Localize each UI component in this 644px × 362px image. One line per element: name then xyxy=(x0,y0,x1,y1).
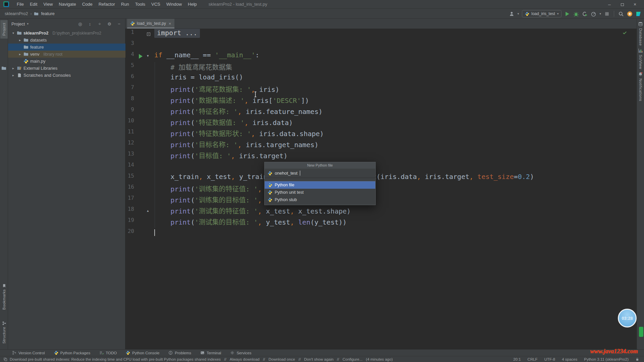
tool-window-button-project[interactable]: Project xyxy=(0,20,8,39)
popup-option-python-file[interactable]: Python file xyxy=(265,181,375,189)
menu-edit[interactable]: Edit xyxy=(27,0,40,8)
code-line-7[interactable]: print('鸢尾花数据集: ', iris) xyxy=(125,84,637,95)
menu-file[interactable]: File xyxy=(14,0,27,8)
tree-item-datasets[interactable]: ▸datasets xyxy=(8,37,125,44)
menu-help[interactable]: Help xyxy=(185,0,200,8)
hide-icon[interactable]: − xyxy=(116,21,122,26)
tool-window-button-todo[interactable]: TODO xyxy=(99,351,117,355)
tool-window-button-structure[interactable]: Structure xyxy=(0,321,8,344)
code-line-15[interactable]: x_train, x_test, y_train, y_test = train… xyxy=(125,173,637,184)
code-line-16[interactable]: print('训练集的特征值: ', x_train, x_train.shap… xyxy=(125,184,637,195)
menu-refactor[interactable]: Refactor xyxy=(96,0,118,8)
locate-icon[interactable]: ◎ xyxy=(77,21,83,26)
tree-item-feature[interactable]: feature xyxy=(8,44,125,51)
menu-code[interactable]: Code xyxy=(79,0,96,8)
tree-item-sklearnpro2[interactable]: ▾sklearnPro2D:\python_proj\sklearnPro2 xyxy=(8,29,125,37)
tool-window-button-sciview[interactable]: SciView xyxy=(638,48,643,69)
settings-icon[interactable]: ⚙ xyxy=(107,21,112,26)
pycharm-gradient-icon[interactable] xyxy=(636,11,641,17)
code-line-10[interactable]: print('特征数据值: ', iris.data) xyxy=(125,117,637,128)
chevron-icon[interactable]: ▾ xyxy=(11,31,15,35)
tool-window-label: Python Console xyxy=(132,351,159,355)
code-line-19[interactable]: print('测试集的目标值: ', y_test, len(y_test)) xyxy=(125,217,637,228)
status-line-separator[interactable]: CRLF xyxy=(528,357,538,361)
search-icon[interactable] xyxy=(618,11,624,17)
menu-vcs[interactable]: VCS xyxy=(148,0,163,8)
code-line-17[interactable]: print('训练集的目标值: ', y_train, len(y_train)… xyxy=(125,195,637,206)
status-link-separator: // xyxy=(262,357,266,361)
chevron-icon[interactable]: ▸ xyxy=(11,66,15,70)
status-python-interpreter[interactable]: Python 3.11 (sklearnPro2) xyxy=(584,357,629,361)
menu-tools[interactable]: Tools xyxy=(132,0,148,8)
code-line-11[interactable]: print('特征数据形状: ', iris.data.shape) xyxy=(125,128,637,139)
code-line-12[interactable]: print('目标名称: ', iris.target_names) xyxy=(125,139,637,150)
code-area[interactable]: import ...if __name__ == '__main__': # 加… xyxy=(125,29,637,239)
watermark-text: www.java1234.com xyxy=(590,348,638,355)
code-line-5[interactable]: # 加载鸢尾花数据集 xyxy=(125,62,637,73)
tree-item-main-py[interactable]: main.py xyxy=(8,58,125,65)
tool-window-button-python-console[interactable]: Python Console xyxy=(126,351,159,355)
code-line-20[interactable] xyxy=(125,228,637,239)
popup-option-python-stub[interactable]: Python stub xyxy=(265,196,375,203)
menu-navigate[interactable]: Navigate xyxy=(56,0,79,8)
code-line-1[interactable]: import ... xyxy=(125,29,637,40)
stop-icon[interactable] xyxy=(604,11,610,17)
folder-icon xyxy=(17,31,22,36)
minimize-button[interactable]: – xyxy=(603,0,616,9)
code-line-13[interactable]: print('目标值: ', iris.target) xyxy=(125,150,637,162)
code-line-8[interactable]: print('数据集描述: ', iris['DESCR']) xyxy=(125,95,637,106)
close-icon[interactable]: × xyxy=(169,21,171,26)
chevron-icon[interactable]: ▸ xyxy=(18,38,22,42)
chevron-down-icon[interactable]: ▾ xyxy=(27,22,29,25)
status-link-always-download[interactable]: Always download xyxy=(230,357,260,361)
indent-guide xyxy=(155,62,155,228)
tool-window-button-terminal[interactable]: Terminal xyxy=(200,351,221,355)
orange-badge-icon[interactable] xyxy=(627,11,633,17)
expand-all-icon[interactable]: ↕ xyxy=(87,21,93,26)
tree-item-external-libraries[interactable]: ▸External Libraries xyxy=(8,65,125,72)
status-link-don-t-show-again[interactable]: Don't show again xyxy=(304,357,334,361)
menu-run[interactable]: Run xyxy=(118,0,132,8)
breadcrumb-item-feature[interactable]: feature xyxy=(41,11,54,16)
tool-window-button-services[interactable]: Services xyxy=(230,351,251,355)
code-line-9[interactable]: print('特征名称: ', iris.feature_names) xyxy=(125,106,637,117)
filename-input[interactable]: onehot_test xyxy=(265,169,375,178)
tool-window-button-database[interactable]: Database xyxy=(638,21,643,46)
run-configuration-select[interactable]: load_iris_test▾ xyxy=(522,10,561,17)
code-line-6[interactable]: iris = load_iris() xyxy=(125,73,637,84)
code-line-3[interactable] xyxy=(125,40,637,51)
debug-icon[interactable] xyxy=(573,11,579,17)
status-file-encoding[interactable]: UTF-8 xyxy=(544,357,555,361)
menu-window[interactable]: Window xyxy=(163,0,185,8)
popup-option-python-unit-test[interactable]: Python unit test xyxy=(265,189,375,196)
tool-window-button-version-control[interactable]: Version Control xyxy=(12,351,45,355)
status-indent-style[interactable]: 4 spaces xyxy=(562,357,577,361)
close-button[interactable]: × xyxy=(629,0,641,9)
code-line-14[interactable] xyxy=(125,162,637,173)
editor-body[interactable]: 134567891011121314151617181920 +▾▴ impor… xyxy=(125,29,637,349)
tree-item-venv[interactable]: ▸venvlibrary root xyxy=(8,51,125,58)
folder-small-icon[interactable] xyxy=(1,66,6,71)
coverage-icon[interactable] xyxy=(582,11,588,17)
collapse-all-icon[interactable]: ÷ xyxy=(97,21,102,26)
status-link-download-once[interactable]: Download once xyxy=(268,357,295,361)
chevron-icon[interactable]: ▸ xyxy=(11,73,15,77)
run-icon[interactable] xyxy=(565,11,570,17)
user-icon[interactable] xyxy=(509,11,515,17)
tool-window-button-python-packages[interactable]: Python Packages xyxy=(54,351,91,355)
code-line-18[interactable]: print('测试集的特征值: ', x_test, x_test.shape) xyxy=(125,206,637,217)
tool-window-button-problems[interactable]: Problems xyxy=(168,351,191,355)
tab-load-iris-test[interactable]: load_iris_test.py × xyxy=(127,18,174,28)
maximize-button[interactable] xyxy=(616,0,629,9)
profiler-icon[interactable] xyxy=(591,11,596,17)
status-link-configure[interactable]: Configure... xyxy=(342,357,362,361)
tree-item-scratches-and-consoles[interactable]: ▸Scratches and Consoles xyxy=(8,72,125,79)
status-caret-position[interactable]: 20:1 xyxy=(513,357,521,361)
breadcrumb-item-sklearnpro2[interactable]: sklearnPro2 xyxy=(5,11,28,16)
tool-window-button-notifications[interactable]: Notifications xyxy=(638,72,643,101)
tool-window-button-bookmarks[interactable]: Bookmarks xyxy=(0,284,8,310)
menu-view[interactable]: View xyxy=(40,0,56,8)
maximize-icon xyxy=(621,3,624,6)
chevron-icon[interactable]: ▸ xyxy=(18,52,22,56)
code-line-4[interactable]: if __name__ == '__main__': xyxy=(125,51,637,62)
